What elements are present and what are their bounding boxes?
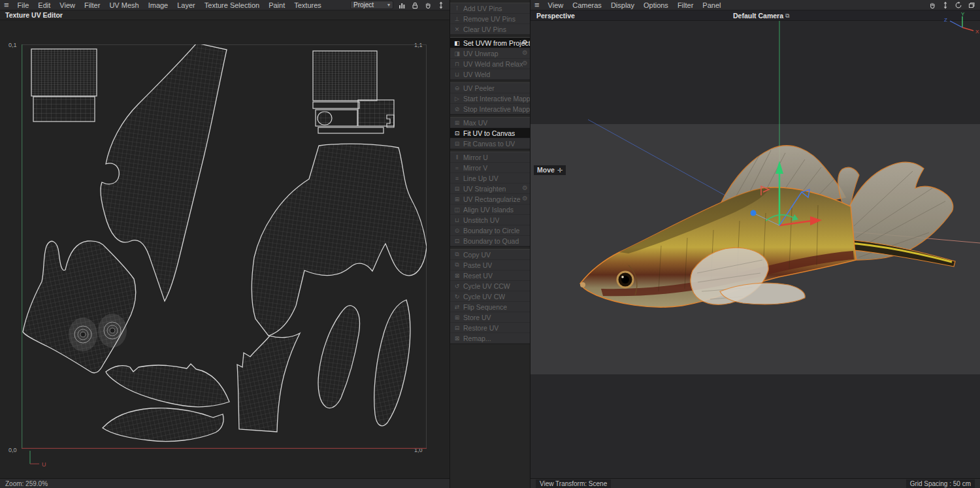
palette-item-label: UV Rectangularize: [463, 195, 521, 203]
menu-image[interactable]: Image: [144, 0, 173, 10]
project-dropdown[interactable]: Project ▾: [350, 1, 393, 9]
palette-item-label: Cycle UV CCW: [463, 282, 510, 290]
palette-item-label: Mirror V: [463, 164, 487, 172]
uv-island-grid-block-b: [313, 51, 394, 133]
uv-editor-menubar: ≡ FileEditViewFilterUV MeshImageLayerTex…: [0, 0, 449, 10]
palette-item-mirror-u: ‖Mirror U: [450, 152, 530, 163]
rotate-icon[interactable]: [954, 1, 963, 9]
menu-view[interactable]: View: [55, 0, 80, 10]
palette-item-label: Clear UV Pins: [463, 25, 506, 33]
palette-item-stop-interactive-mapping: ⊘Stop Interactive Mapping: [450, 104, 530, 114]
dolly-icon[interactable]: [941, 1, 950, 9]
menu-layer[interactable]: Layer: [172, 0, 200, 10]
palette-item-label: UV Weld and Relax: [463, 60, 523, 68]
menu-view[interactable]: View: [544, 0, 568, 10]
palette-item-label: Remove UV Pins: [463, 15, 515, 23]
menu-filter[interactable]: Filter: [80, 0, 105, 10]
project-dropdown-value: Project: [353, 1, 374, 8]
uv-island-head: [23, 241, 136, 373]
histogram-icon[interactable]: [397, 1, 406, 9]
align-islands-icon: ◫: [453, 206, 461, 213]
dolly-icon[interactable]: [436, 1, 446, 9]
axis-y-label: Y: [961, 12, 965, 17]
menu-paint[interactable]: Paint: [264, 0, 289, 10]
boundary-circle-icon: ⊙: [453, 227, 461, 234]
uv-command-group-5: ‖Mirror U=Mirror V≡Line Up UV⊟UV Straigh…: [450, 152, 530, 247]
viewport-menubar: ≡ ViewCamerasDisplayOptionsFilterPanel: [531, 0, 980, 10]
straighten-icon: ⊟: [453, 186, 461, 192]
camera-link-icon[interactable]: ⧉: [785, 12, 789, 20]
palette-item-set-uvw-from-projection[interactable]: ◧Set UVW from Projection⚙: [450, 38, 530, 48]
menu-file[interactable]: File: [13, 0, 34, 10]
play-icon: ▷: [453, 95, 461, 102]
active-tool-name: Move: [537, 166, 555, 174]
weld-icon: ⊔: [453, 71, 461, 78]
menu-texture-selection[interactable]: Texture Selection: [200, 0, 264, 10]
palette-item-boundary-to-quad: ⊡Boundary to Quad: [450, 236, 530, 246]
menu-panel[interactable]: Panel: [698, 0, 725, 10]
menu-options[interactable]: Options: [639, 0, 673, 10]
menu-cameras[interactable]: Cameras: [568, 0, 606, 10]
fish-model[interactable]: [580, 146, 955, 307]
uv-island-fin-4: [374, 300, 410, 426]
palette-item-label: Flip Sequence: [463, 303, 507, 311]
palette-item-flip-sequence: ⇄Flip Sequence: [450, 302, 530, 312]
uv-editor-canvas-area[interactable]: 0,1 1,1 0,0 1,0: [0, 20, 449, 478]
remap-icon: ⊠: [453, 335, 461, 342]
pin-remove-icon: ⊥: [453, 16, 461, 22]
menu-filter[interactable]: Filter: [673, 0, 698, 10]
axis-x-label: X: [975, 29, 979, 35]
hamburger-icon[interactable]: ≡: [531, 0, 544, 10]
palette-item-label: Copy UV: [463, 251, 491, 259]
fish-eye: [617, 272, 633, 287]
uv-command-group-4: ⊞Max UV⊡Fit UV to Canvas⊟Fit Canvas to U…: [450, 117, 530, 150]
palette-item-add-uv-pins: ⊺Add UV Pins: [450, 3, 530, 14]
boundary-quad-icon: ⊡: [453, 238, 461, 244]
uv-island-fin-2: [103, 408, 223, 442]
palette-item-clear-uv-pins: ✕Clear UV Pins: [450, 24, 530, 35]
palette-item-reset-uv: ⊠Reset UV: [450, 270, 530, 281]
palette-item-label: Reset UV: [463, 272, 493, 280]
max-uv-icon: ⊞: [453, 120, 461, 126]
hand-icon[interactable]: [928, 1, 937, 9]
uv-canvas[interactable]: [22, 44, 427, 449]
palette-item-boundary-to-circle: ⊙Boundary to Circle: [450, 225, 530, 236]
application-window: ≡ FileEditViewFilterUV MeshImageLayerTex…: [0, 0, 980, 488]
palette-item-label: UV Unwrap: [463, 50, 498, 57]
gear-icon: ⚙: [522, 184, 528, 191]
active-tool-label: Move ✛: [534, 165, 566, 175]
3d-viewport[interactable]: Perspective Default Camera ⧉ Move ✛ Y Z …: [531, 10, 980, 478]
palette-item-label: Cycle UV CW: [463, 293, 505, 301]
gear-icon: ⚙: [522, 49, 528, 56]
viewport-statusbar: View Transform: Scene Grid Spacing : 50 …: [531, 478, 980, 488]
menu-textures[interactable]: Textures: [289, 0, 326, 10]
menu-uv-mesh[interactable]: UV Mesh: [105, 0, 143, 10]
projection-icon: ◧: [453, 40, 461, 46]
uv-commands-panel: ⊺Add UV Pins⊥Remove UV Pins✕Clear UV Pin…: [449, 0, 531, 488]
paste-icon: ⧉: [453, 261, 461, 268]
palette-item-uv-unwrap: ◨UV Unwrap⚙: [450, 48, 530, 59]
palette-item-label: Remap...: [463, 334, 491, 342]
uv-corner-label-00: 0,0: [8, 447, 17, 453]
hand-icon[interactable]: [423, 1, 433, 9]
move-icon: ✛: [557, 167, 563, 174]
viewport-menus: ViewCamerasDisplayOptionsFilterPanel: [544, 0, 726, 10]
gear-icon[interactable]: ⚙: [522, 39, 528, 46]
hamburger-icon[interactable]: ≡: [0, 0, 13, 10]
gizmo-blue-handle[interactable]: [751, 210, 757, 216]
stop-icon: ⊘: [453, 106, 461, 112]
viewport-view-label: Perspective: [536, 12, 575, 20]
viewport-camera[interactable]: Default Camera ⧉: [733, 12, 789, 20]
maximize-icon[interactable]: [967, 1, 976, 9]
menu-edit[interactable]: Edit: [33, 0, 55, 10]
unstitch-icon: ⊔: [453, 217, 461, 223]
menu-display[interactable]: Display: [606, 0, 639, 10]
palette-item-label: Fit Canvas to UV: [463, 140, 515, 148]
palette-item-align-uv-islands: ◫Align UV Islands: [450, 204, 530, 215]
palette-item-fit-uv-to-canvas[interactable]: ⊡Fit UV to Canvas: [450, 128, 530, 138]
palette-item-label: Unstitch UV: [463, 216, 499, 224]
lock-icon[interactable]: [410, 1, 419, 9]
palette-item-start-interactive-mapping: ▷Start Interactive Mapping: [450, 93, 530, 104]
grid-spacing-status: Grid Spacing : 50 cm: [906, 480, 975, 488]
palette-item-unstitch-uv: ⊔Unstitch UV: [450, 215, 530, 225]
